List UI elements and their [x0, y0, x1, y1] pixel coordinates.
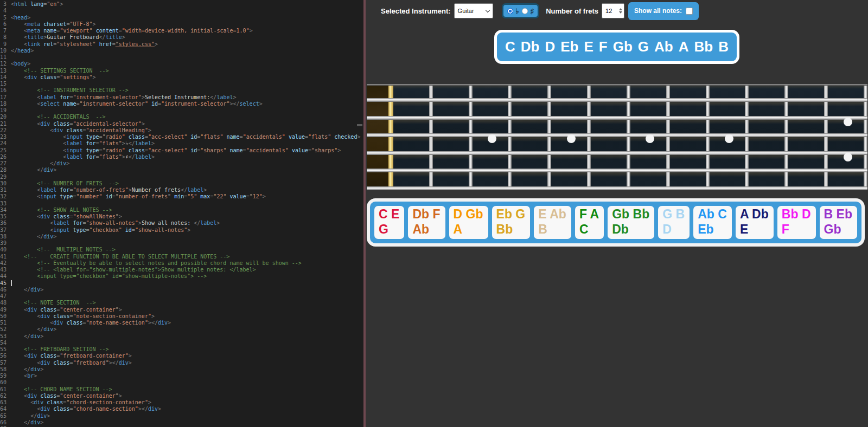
code-line: 53 </div> — [0, 333, 356, 340]
line-number: 24 — [0, 140, 7, 147]
line-number: 4 — [0, 8, 7, 14]
code-line: 8 <title>Guitar Fretboard</title> — [0, 34, 356, 41]
show-all-notes-label[interactable]: Show all notes: — [634, 7, 682, 15]
line-number: 6 — [0, 21, 7, 28]
code-line: 41 <!-- CREATE FUNCTION TO BE ABLE TO SE… — [0, 254, 356, 260]
line-number: 15 — [0, 81, 7, 87]
editor-scrollbar-marker[interactable] — [357, 124, 362, 126]
code-line: 49 <div class="center-container"> — [0, 307, 356, 313]
fret-marker-dot — [488, 134, 496, 143]
line-number: 57 — [0, 360, 7, 366]
line-number: 19 — [0, 107, 7, 114]
instrument-select-value: Guitar — [458, 8, 486, 14]
line-number: 29 — [0, 174, 7, 180]
flat-label[interactable]: ♭ — [516, 8, 519, 15]
note-name: G — [638, 38, 649, 55]
chord-card: C EG — [374, 206, 404, 239]
code-line: 6 <meta charset="UTF-8"> — [0, 21, 356, 28]
code-line: 60 — [0, 379, 356, 386]
line-number: 18 — [0, 101, 7, 107]
number-of-frets-input[interactable]: 12 — [602, 3, 624, 18]
guitar-string — [367, 116, 867, 120]
code-line: 50 <div class="note-section-container"> — [0, 313, 356, 320]
line-number: 25 — [0, 147, 7, 154]
line-number: 53 — [0, 333, 7, 340]
chord-card: D GbA — [449, 206, 488, 239]
note-name: Ab — [654, 38, 673, 55]
line-number: 30 — [0, 180, 7, 187]
code-line: 61 <!-- CHORD NAME SECTION --> — [0, 386, 356, 393]
chord-card: A DbE — [736, 206, 774, 239]
spin-up-icon[interactable] — [619, 8, 622, 10]
chord-card: Bb DF — [777, 206, 816, 239]
number-spinner[interactable] — [619, 8, 622, 14]
show-all-notes-checkbox[interactable] — [686, 8, 693, 15]
guitar-string — [367, 98, 867, 102]
code-editor-pane[interactable]: 3<html lang="en">45<head>6 <meta charset… — [0, 0, 363, 427]
line-number: 47 — [0, 293, 7, 300]
code-line: 63 <div class="chord-section-container"> — [0, 399, 356, 406]
line-number: 31 — [0, 187, 7, 193]
fret-marker-dot — [844, 118, 852, 126]
sharp-label[interactable]: ♯ — [531, 8, 534, 15]
note-name-section: CDbDEbEFGbGAbABbB — [494, 30, 739, 64]
spin-down-icon[interactable] — [619, 11, 622, 14]
sharps-radio[interactable] — [522, 8, 528, 14]
line-number: 22 — [0, 127, 7, 134]
line-number: 34 — [0, 207, 7, 214]
code-line: 15 — [0, 81, 356, 87]
chord-card: Gb BbDb — [608, 206, 654, 239]
line-number: 33 — [0, 200, 7, 207]
note-name: B — [718, 38, 729, 55]
line-number: 64 — [0, 406, 7, 412]
code-line: 33 — [0, 200, 356, 207]
line-number: 48 — [0, 300, 7, 306]
code-line: 26 <label for="flats">♯</label> — [0, 154, 356, 160]
line-number: 42 — [0, 260, 7, 267]
line-number: 59 — [0, 373, 7, 379]
line-number: 62 — [0, 393, 7, 399]
code-line: 16 <!-- INSTRUMENT SELECTOR --> — [0, 87, 356, 94]
line-number: 37 — [0, 227, 7, 234]
fretboard[interactable] — [367, 84, 867, 190]
line-number: 12 — [0, 61, 7, 67]
code-line: 21 <div class="accidental-selector"> — [0, 121, 356, 127]
line-number: 5 — [0, 15, 7, 21]
chord-card: Ab CEb — [693, 206, 732, 239]
note-name: C — [505, 38, 515, 55]
code-line: 3<html lang="en"> — [0, 1, 356, 8]
note-name: A — [679, 38, 689, 55]
line-number: 60 — [0, 379, 7, 386]
code-line: 35 <div class="showAllNotes"> — [0, 214, 356, 220]
instrument-select[interactable]: Guitar — [454, 3, 493, 18]
line-number: 39 — [0, 240, 7, 247]
code-line: 57 <div class="fretboard"></div> — [0, 360, 356, 366]
line-number: 56 — [0, 353, 7, 359]
code-line: 64 <div class="chord-name-section"></div… — [0, 406, 356, 412]
line-number: 65 — [0, 413, 7, 419]
chord-name-section: C EGDb FAbD GbAEb GBbE AbBF ACGb BbDbG B… — [367, 198, 865, 247]
flats-radio[interactable] — [507, 8, 513, 14]
line-number: 54 — [0, 340, 7, 346]
chord-card: G BD — [658, 206, 690, 239]
line-number: 32 — [0, 193, 7, 200]
code-line: 65 </div> — [0, 413, 356, 419]
line-number: 20 — [0, 114, 7, 120]
code-line: 25 <input type="radio" class="acc-select… — [0, 147, 356, 154]
code-line: 24 <label for="flats">♭</label> — [0, 140, 356, 147]
code-line: 56 <div class="fretboard-container"> — [0, 353, 356, 359]
note-name: Gb — [613, 38, 633, 55]
code-line: 44 <input type="checkbox" id="show-multi… — [0, 273, 356, 280]
note-name: D — [545, 38, 555, 55]
show-all-notes-control[interactable]: Show all notes: — [628, 2, 699, 20]
line-number: 43 — [0, 267, 7, 273]
code-lines: 3<html lang="en">45<head>6 <meta charset… — [0, 1, 356, 427]
line-number: 28 — [0, 167, 7, 173]
code-line: 10</head> — [0, 48, 356, 54]
note-name: E — [584, 38, 593, 55]
code-line: 13 <!-- SETTINGS SECTION --> — [0, 68, 356, 74]
line-number: 46 — [0, 287, 7, 293]
chord-card: Eb GBb — [492, 206, 531, 239]
guitar-string — [367, 151, 867, 155]
line-number: 61 — [0, 386, 7, 393]
